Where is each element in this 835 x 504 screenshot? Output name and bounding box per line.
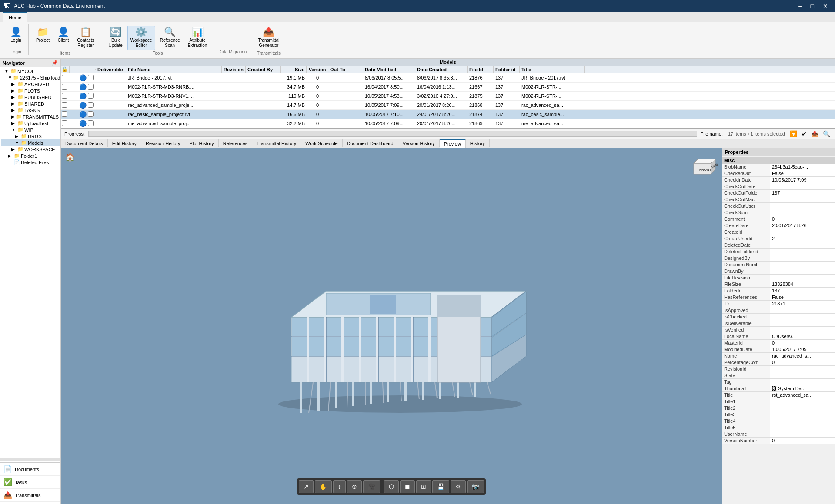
zoom-tool-button[interactable]: ↕ [333, 480, 346, 493]
project-button[interactable]: 📁 Project [33, 26, 53, 45]
tree-item-workspace[interactable]: ▶ 📁 WORKSPACE [1, 146, 60, 153]
models-header: Models [61, 59, 835, 66]
tab-history[interactable]: History [466, 139, 490, 147]
tree-item-archived[interactable]: ▶ 📁 ARCHIVED [1, 81, 60, 87]
check-button[interactable]: ✔ [800, 130, 808, 138]
pan-tool-button[interactable]: ✋ [315, 480, 332, 493]
table-row[interactable]: 🔵 JR_Bridge - 2017.rvt 19.1 MB 0 8/06/20… [61, 73, 835, 83]
tree-item-tasks[interactable]: ▶ 📁 TASKS [1, 107, 60, 113]
row-outto [328, 95, 363, 97]
svg-rect-26 [414, 318, 430, 336]
col-header-datemod[interactable]: Date Modified [363, 66, 415, 73]
col-header-datecre[interactable]: Date Created [415, 66, 468, 73]
table-row[interactable]: 🔵 me_advanced_sample_proj... 32.2 MB 0 1… [61, 119, 835, 128]
tree-item-plots[interactable]: ▶ 📁 PLOTS [1, 87, 60, 94]
tree-item-uploadtest[interactable]: ▶ 📁 UploadTest [1, 120, 60, 126]
bulk-update-button[interactable]: 🔄 BulkUpdate [106, 26, 126, 50]
grid-tool-button[interactable]: ⊞ [416, 480, 431, 493]
tab-revision-history[interactable]: Revision History [141, 139, 185, 147]
prop-value [770, 398, 835, 405]
col-header-size[interactable]: Size [281, 66, 307, 73]
tab-document-dashboard[interactable]: Document Dashboard [343, 139, 398, 147]
tab-home[interactable]: Home [3, 12, 27, 22]
prop-row: ModifiedDate 10/05/2017 7:09 [722, 346, 835, 353]
tree-item-mycol[interactable]: ▼ 📁 MYCOL [1, 68, 60, 74]
export-button[interactable]: 📤 [810, 130, 820, 138]
col-header-folderid[interactable]: Folder id [494, 66, 520, 73]
snapshot-tool-button[interactable]: 📷 [467, 480, 484, 493]
table-row[interactable]: 🔵 rac_basic_sample_project.rvt 16.6 MB 0… [61, 110, 835, 119]
sidebar-item-dashboard[interactable]: 📊 Dashboard [0, 502, 60, 504]
camera-tool-button[interactable]: 🎥 [363, 480, 380, 493]
filter-button[interactable]: 🔽 [788, 130, 798, 138]
tab-plot-history[interactable]: Plot History [185, 139, 219, 147]
tree-label: SHARED [24, 101, 44, 106]
col-header-revision[interactable]: Revision [222, 66, 246, 73]
prop-value: 20/01/2017 8:26 [770, 222, 835, 229]
col-header-version[interactable]: Version [307, 66, 328, 73]
tree-item-project[interactable]: ▼ 📁 226175 - Ship loader upg [1, 74, 60, 81]
sidebar-item-tasks[interactable]: ✅ Tasks [0, 476, 60, 489]
row-filename: M002-RLR-STR-MD3-RNRB.... [126, 83, 222, 90]
prop-value [770, 203, 835, 209]
col-header-fileid[interactable]: File Id [468, 66, 494, 73]
transmittal-generator-button[interactable]: 📤 TransmittalGenerator [255, 26, 282, 50]
maximize-button[interactable]: □ [807, 2, 818, 10]
home-button[interactable]: 🏠 [65, 153, 75, 162]
col-header-flag[interactable] [78, 69, 87, 70]
settings-tool-button[interactable]: ⚙ [451, 480, 466, 493]
table-row[interactable]: 🔵 M002-RLR-STR-MD3-RNV1.... 110 MB 0 10/… [61, 92, 835, 101]
col-header-createdby[interactable]: Created By [246, 66, 281, 73]
tree-toggle-icon: ▶ [8, 153, 13, 158]
save-view-button[interactable]: 💾 [432, 480, 449, 493]
reference-scan-button[interactable]: 🔍 ReferenceScan [157, 26, 183, 50]
tab-edit-history[interactable]: Edit History [108, 139, 141, 147]
col-header-deliverable[interactable]: Deliverable [96, 66, 126, 73]
col-header-lock[interactable]: 🔒 [61, 66, 70, 73]
tree-item-shared[interactable]: ▶ 📁 SHARED [1, 100, 60, 107]
row-folderid: 137 [494, 74, 520, 81]
tab-preview[interactable]: Preview [440, 139, 466, 148]
col-header-title[interactable]: Title [520, 66, 585, 73]
tree-item-folder1[interactable]: ▶ 📁 Folder1 [1, 153, 60, 159]
select-tool-button[interactable]: ↗ [299, 480, 314, 493]
close-button[interactable]: ✕ [819, 2, 832, 10]
tab-version-history[interactable]: Version History [398, 139, 440, 147]
tree-item-transmittals[interactable]: ▶ 📁 TRANSMITTALS [1, 113, 60, 120]
tree-item-drgs[interactable]: ▶ 📁 DRGS [1, 133, 60, 139]
table-row[interactable]: 🔵 rac_advanced_sample_proje... 14.7 MB 0… [61, 101, 835, 110]
table-row[interactable]: 🔵 M002-RLR-STR-MD3-RNRB.... 34.7 MB 0 16… [61, 83, 835, 92]
tree-item-models[interactable]: ▼ 📁 Models [1, 139, 60, 146]
solid-tool-button[interactable]: ◼ [400, 480, 415, 493]
col-header-outto[interactable]: Out To [328, 66, 363, 73]
login-button[interactable]: 👤 Login [7, 26, 25, 45]
tab-references[interactable]: References [219, 139, 252, 147]
sidebar-item-transmittals[interactable]: 📤 Transmittals [0, 489, 60, 502]
prop-value: False [770, 170, 835, 176]
tree-item-wip[interactable]: ▼ 📁 WIP [1, 126, 60, 133]
tree-item-deleted[interactable]: 📄 Deleted Files [1, 159, 60, 166]
view-cube[interactable]: FRONT RIGHT [687, 153, 718, 183]
tab-work-schedule[interactable]: Work Schedule [301, 139, 342, 147]
col-header-check2[interactable] [87, 69, 96, 70]
sidebar-item-documents[interactable]: 📄 Documents [0, 463, 60, 476]
search-button[interactable]: 🔍 [822, 130, 832, 138]
sidebar-pin-icon[interactable]: 📌 [52, 60, 58, 66]
tab-document-details[interactable]: Document Details [61, 139, 108, 147]
col-header-check[interactable] [70, 69, 78, 70]
workspace-editor-button[interactable]: ⚙️ WorkspaceEditor [127, 26, 155, 50]
row-revision [222, 95, 246, 97]
orbit-tool-button[interactable]: ⊕ [347, 480, 362, 493]
wireframe-tool-button[interactable]: ⬡ [384, 480, 399, 493]
prop-name: PercentageCom [722, 359, 770, 365]
client-button[interactable]: 👤 Client [54, 26, 72, 45]
minimize-button[interactable]: − [795, 2, 805, 10]
sidebar-scroll-thumb[interactable] [0, 458, 60, 461]
tree-toggle-icon: ▶ [11, 121, 17, 126]
tab-transmittal-history[interactable]: Transmittal History [252, 139, 301, 147]
contacts-register-button[interactable]: 📋 ContactsRegister [74, 26, 97, 50]
col-header-filename[interactable]: File Name [126, 66, 222, 73]
tree-item-published[interactable]: ▶ 📁 PUBLISHED [1, 94, 60, 100]
prop-name: Title3 [722, 411, 770, 418]
attribute-extraction-button[interactable]: 📊 AttributeExtraction [185, 26, 210, 50]
